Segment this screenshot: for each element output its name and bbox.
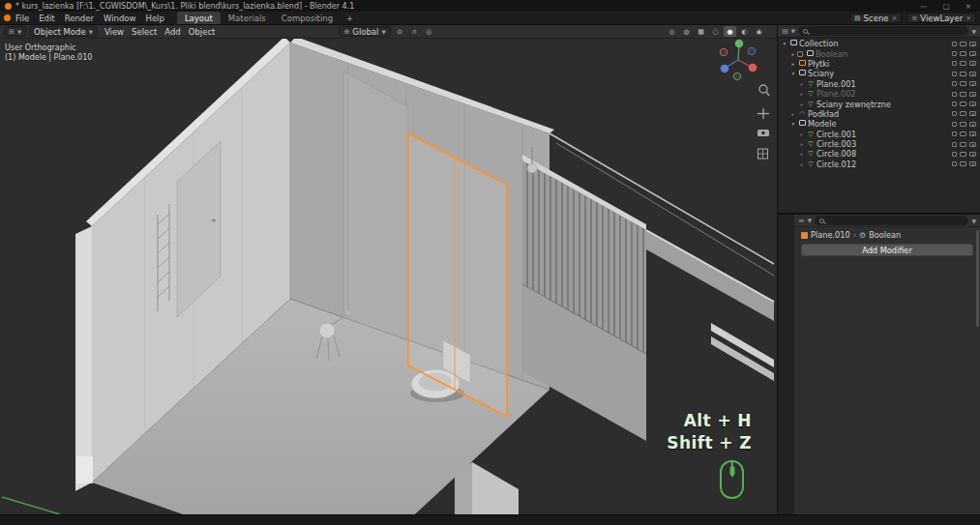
exclude-checkbox[interactable] bbox=[797, 51, 803, 57]
menu-render[interactable]: Render bbox=[60, 14, 99, 23]
disclosure-icon[interactable]: ▸ bbox=[798, 141, 806, 147]
select-toggle-icon[interactable] bbox=[952, 42, 957, 46]
filter-icon[interactable]: ▼ bbox=[971, 28, 976, 35]
select-toggle-icon[interactable] bbox=[952, 92, 957, 97]
scrollbar[interactable] bbox=[976, 230, 979, 327]
render-hide-icon[interactable] bbox=[969, 131, 976, 136]
outliner-row[interactable]: ▾Collection bbox=[778, 39, 980, 48]
disclosure-icon[interactable]: ▸ bbox=[798, 131, 806, 137]
outliner-row[interactable]: ▸▽Plane.002 bbox=[778, 89, 980, 99]
menu-file[interactable]: File bbox=[11, 14, 34, 23]
disclosure-icon[interactable]: ▸ bbox=[789, 111, 797, 117]
disclosure-icon[interactable]: ▸ bbox=[798, 151, 806, 157]
disclosure-icon[interactable]: ▸ bbox=[798, 91, 806, 97]
outliner-row[interactable]: ▸▽Circle.008 bbox=[778, 149, 980, 159]
menu-help[interactable]: Help bbox=[140, 14, 168, 23]
overlays-icon[interactable]: ◍ bbox=[680, 26, 693, 37]
viewport-hide-icon[interactable] bbox=[960, 122, 966, 127]
viewport-3d[interactable]: ⊞ ▼ Object Mode ▼ ViewSelectAddObject ⊕ … bbox=[0, 25, 777, 514]
shading-wireframe-icon[interactable]: ○ bbox=[709, 26, 722, 37]
menu-edit[interactable]: Edit bbox=[34, 14, 59, 23]
viewport-hide-icon[interactable] bbox=[960, 161, 966, 166]
select-toggle-icon[interactable] bbox=[952, 81, 957, 86]
viewport-hide-icon[interactable] bbox=[960, 61, 966, 66]
outliner-row[interactable]: ▾Modele bbox=[778, 119, 980, 129]
menu-window[interactable]: Window bbox=[99, 14, 141, 23]
breadcrumb-modifier[interactable]: Boolean bbox=[869, 230, 901, 240]
viewport-hide-icon[interactable] bbox=[960, 131, 966, 136]
viewport-hide-icon[interactable] bbox=[960, 42, 966, 46]
outliner-editor-icon[interactable]: ⊞ bbox=[782, 27, 788, 36]
glass-panel[interactable] bbox=[343, 72, 408, 340]
scene-selector[interactable]: ▤ Scene × bbox=[849, 13, 902, 23]
disclosure-icon[interactable]: ▸ bbox=[798, 81, 806, 87]
viewport-canvas[interactable] bbox=[0, 39, 777, 514]
outliner-search-input[interactable] bbox=[811, 27, 964, 36]
render-hide-icon[interactable] bbox=[969, 61, 976, 66]
disclosure-icon[interactable]: ▾ bbox=[789, 121, 797, 127]
viewport-hide-icon[interactable] bbox=[960, 81, 966, 86]
viewport-hide-icon[interactable] bbox=[960, 102, 966, 106]
mode-dropdown[interactable]: Object Mode ▼ bbox=[29, 26, 98, 37]
render-hide-icon[interactable] bbox=[969, 42, 976, 46]
transform-pivot-icon[interactable]: ⊙ bbox=[394, 26, 406, 37]
render-hide-icon[interactable] bbox=[969, 142, 976, 147]
outliner-row[interactable]: ▸◠Podkład bbox=[778, 109, 980, 119]
render-hide-icon[interactable] bbox=[969, 51, 976, 56]
viewport-hide-icon[interactable] bbox=[960, 92, 966, 97]
select-toggle-icon[interactable] bbox=[952, 122, 957, 127]
xray-toggle-icon[interactable]: ▦ bbox=[695, 26, 707, 37]
orientation-dropdown[interactable]: ⊕ Global ▼ bbox=[339, 26, 390, 37]
disclosure-icon[interactable]: ▸ bbox=[789, 51, 797, 57]
viewport-menu-view[interactable]: View bbox=[101, 27, 128, 37]
workspace-tab-materials[interactable]: Materials bbox=[221, 12, 274, 24]
add-modifier-button[interactable]: Add Modifier bbox=[801, 244, 973, 256]
select-toggle-icon[interactable] bbox=[952, 161, 957, 166]
viewport-hide-icon[interactable] bbox=[960, 142, 966, 147]
camera-view-icon[interactable] bbox=[757, 130, 769, 136]
viewlayer-selector[interactable]: ≡ ViewLayer × bbox=[906, 13, 976, 23]
disclosure-icon[interactable]: ▸ bbox=[798, 102, 806, 107]
disclosure-icon[interactable]: ▸ bbox=[798, 161, 806, 167]
select-toggle-icon[interactable] bbox=[952, 111, 957, 116]
select-toggle-icon[interactable] bbox=[952, 131, 957, 136]
outliner-row[interactable]: ▸▽Circle.003 bbox=[778, 139, 980, 149]
breadcrumb-object[interactable]: Plane.010 bbox=[811, 230, 850, 240]
viewport-hide-icon[interactable] bbox=[960, 152, 966, 157]
disclosure-icon[interactable]: ▾ bbox=[781, 41, 788, 46]
viewport-hide-icon[interactable] bbox=[960, 72, 966, 76]
workspace-tab-compositing[interactable]: Compositing bbox=[274, 12, 341, 24]
properties-editor-icon[interactable]: ≡ bbox=[798, 217, 805, 225]
select-toggle-icon[interactable] bbox=[952, 142, 957, 147]
disclosure-icon[interactable]: ▸ bbox=[789, 61, 797, 67]
outliner-search[interactable] bbox=[798, 26, 968, 36]
outliner-row[interactable]: ▸Płytki bbox=[778, 59, 980, 69]
properties-search[interactable] bbox=[815, 216, 968, 225]
select-toggle-icon[interactable] bbox=[952, 102, 957, 106]
render-hide-icon[interactable] bbox=[969, 111, 976, 116]
render-hide-icon[interactable] bbox=[969, 152, 976, 157]
outliner-row[interactable]: ▸▽Circle.012 bbox=[778, 160, 980, 169]
close-button[interactable]: × bbox=[965, 2, 971, 11]
select-toggle-icon[interactable] bbox=[952, 61, 957, 66]
shading-solid-icon[interactable]: ● bbox=[724, 26, 736, 37]
viewport-menu-select[interactable]: Select bbox=[128, 27, 161, 37]
shading-rendered-icon[interactable]: ◉ bbox=[753, 26, 765, 37]
viewport-hide-icon[interactable] bbox=[960, 111, 966, 116]
outliner-row[interactable]: ▸▽Plane.001 bbox=[778, 79, 980, 89]
scene-clear-icon[interactable]: × bbox=[892, 15, 898, 22]
blender-menu-icon[interactable] bbox=[4, 15, 11, 21]
shading-material-icon[interactable]: ◐ bbox=[738, 26, 751, 37]
add-workspace-button[interactable]: + bbox=[341, 14, 359, 23]
snap-magnet-icon[interactable]: ∩ bbox=[408, 26, 421, 37]
select-toggle-icon[interactable] bbox=[952, 72, 957, 76]
outliner-row[interactable]: ▸▽Ściany zewnętrzne bbox=[778, 99, 980, 108]
outliner-row[interactable]: ▸Boolean bbox=[778, 48, 980, 58]
select-toggle-icon[interactable] bbox=[952, 152, 957, 157]
render-hide-icon[interactable] bbox=[969, 72, 976, 76]
show-gizmo-icon[interactable]: ◎ bbox=[666, 26, 678, 37]
workspace-tab-layout[interactable]: Layout bbox=[177, 12, 221, 24]
filter-icon[interactable]: ▼ bbox=[971, 218, 976, 224]
properties-search-input[interactable] bbox=[827, 217, 964, 225]
maximize-button[interactable]: ▢ bbox=[943, 2, 950, 11]
